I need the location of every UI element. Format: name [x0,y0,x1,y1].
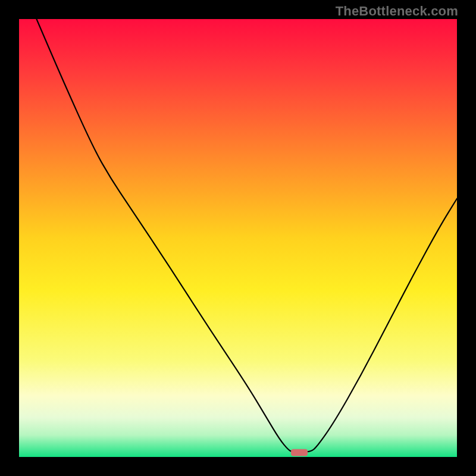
plot-area [19,19,457,457]
watermark-text: TheBottleneck.com [336,4,458,19]
minimum-marker [291,449,308,456]
gradient-bg [19,19,457,457]
chart-frame [19,19,457,457]
chart-svg [19,19,457,457]
